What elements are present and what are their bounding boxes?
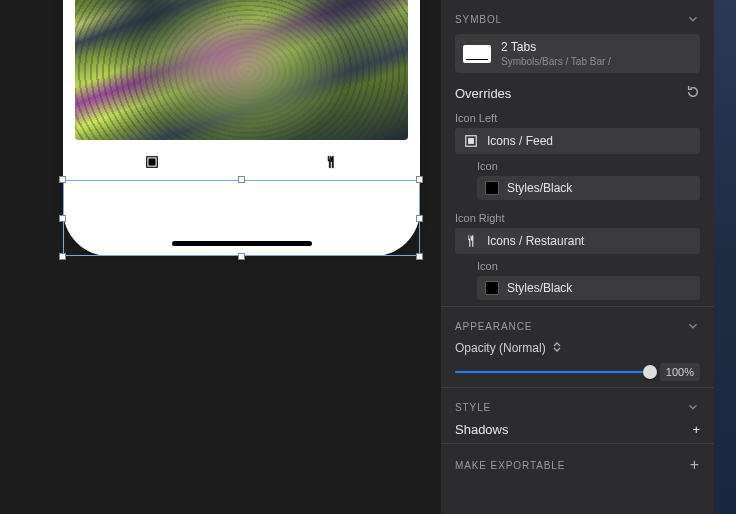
override-label-icon-right: Icon Right (455, 212, 700, 224)
feed-icon (144, 154, 160, 170)
color-swatch (485, 281, 499, 295)
dropdown-value: Styles/Black (507, 281, 572, 295)
selection-handle[interactable] (416, 253, 423, 260)
icon-right-color-dropdown[interactable]: Styles/Black (477, 276, 700, 300)
selection-handle[interactable] (238, 176, 245, 183)
color-swatch (485, 181, 499, 195)
selection-handle[interactable] (59, 215, 66, 222)
design-canvas[interactable] (0, 0, 441, 514)
artboard-phone[interactable] (63, 0, 420, 256)
chevron-down-icon[interactable] (686, 319, 700, 333)
feed-icon (463, 133, 479, 149)
override-sublabel: Icon (477, 260, 700, 272)
icon-left-dropdown[interactable]: Icons / Feed (455, 128, 700, 154)
exportable-section: Make Exportable + (441, 443, 714, 482)
selection-handle[interactable] (238, 253, 245, 260)
selection-handle[interactable] (416, 215, 423, 222)
dropdown-value: Icons / Feed (487, 134, 553, 148)
tab-right[interactable] (242, 140, 421, 184)
appearance-section: Appearance Opacity (Normal) 100% (441, 306, 714, 387)
chevron-down-icon[interactable] (686, 400, 700, 414)
inspector-panel: Symbol 2 Tabs Symbols/Bars / Tab Bar / O… (441, 0, 714, 514)
symbol-title: 2 Tabs (501, 40, 611, 54)
selection-handle[interactable] (59, 176, 66, 183)
desktop-background (714, 0, 736, 514)
svg-rect-3 (468, 138, 474, 144)
slider-thumb[interactable] (643, 365, 657, 379)
add-export-icon[interactable]: + (690, 456, 700, 474)
opacity-slider[interactable] (455, 365, 650, 379)
tab-left[interactable] (63, 140, 242, 184)
restaurant-icon (463, 233, 479, 249)
add-shadow-icon[interactable]: + (692, 422, 700, 437)
chevron-down-icon[interactable] (686, 12, 700, 26)
override-sublabel: Icon (477, 160, 700, 172)
symbol-selector[interactable]: 2 Tabs Symbols/Bars / Tab Bar / (455, 34, 700, 73)
overrides-title: Overrides (455, 86, 511, 101)
icon-right-dropdown[interactable]: Icons / Restaurant (455, 228, 700, 254)
blend-mode-stepper-icon[interactable] (552, 341, 562, 355)
hero-image (75, 0, 408, 140)
style-section: Style Shadows + (441, 387, 714, 443)
restaurant-icon (323, 154, 339, 170)
home-indicator (172, 241, 312, 246)
selection-handle[interactable] (59, 253, 66, 260)
override-label-icon-left: Icon Left (455, 112, 700, 124)
reset-overrides-icon[interactable] (686, 85, 700, 102)
appearance-header: Appearance (455, 321, 532, 332)
symbol-path: Symbols/Bars / Tab Bar / (501, 56, 611, 67)
exportable-header: Make Exportable (455, 460, 565, 471)
style-header: Style (455, 402, 491, 413)
svg-rect-1 (149, 159, 155, 165)
shadows-label: Shadows (455, 422, 508, 437)
dropdown-value: Icons / Restaurant (487, 234, 584, 248)
dropdown-value: Styles/Black (507, 181, 572, 195)
opacity-label: Opacity (Normal) (455, 341, 546, 355)
symbol-thumbnail (463, 45, 491, 63)
symbol-section: Symbol 2 Tabs Symbols/Bars / Tab Bar / O… (441, 0, 714, 306)
opacity-value[interactable]: 100% (660, 363, 700, 381)
icon-left-color-dropdown[interactable]: Styles/Black (477, 176, 700, 200)
selection-handle[interactable] (416, 176, 423, 183)
symbol-header: Symbol (455, 14, 502, 25)
